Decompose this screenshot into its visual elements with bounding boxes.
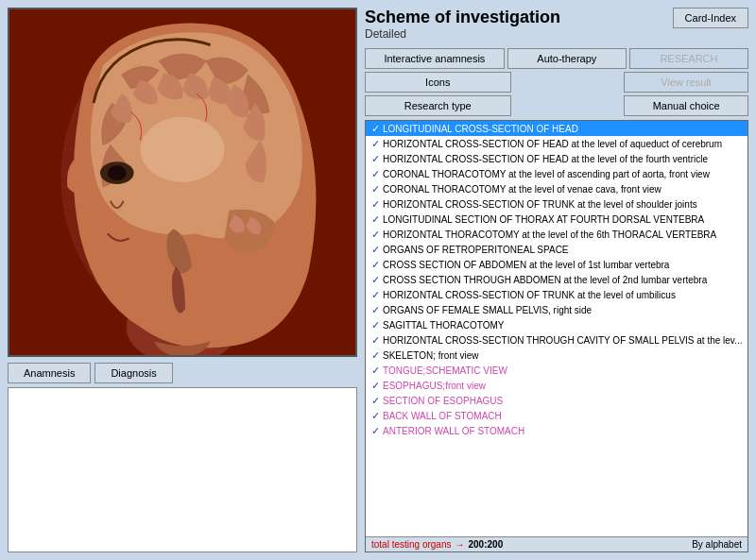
check-icon: ✓ bbox=[368, 410, 383, 422]
item-label: ESOPHAGUS;front view bbox=[383, 381, 746, 391]
svg-point-4 bbox=[108, 165, 127, 180]
check-icon: ✓ bbox=[368, 289, 383, 301]
svg-point-5 bbox=[140, 117, 224, 182]
list-item[interactable]: ✓HORIZONTAL CROSS-SECTION OF HEAD at the… bbox=[366, 151, 747, 166]
item-label: ORGANS OF RETROPERITONEAL SPACE bbox=[383, 245, 746, 255]
list-item[interactable]: ✓HORIZONTAL CROSS-SECTION OF TRUNK at th… bbox=[366, 287, 747, 302]
list-item[interactable]: ✓SAGITTAL THORACOTOMY bbox=[366, 317, 747, 332]
check-icon: ✓ bbox=[368, 334, 383, 347]
title-block: Scheme of investigation Detailed bbox=[365, 8, 560, 41]
list-item[interactable]: ✓SKELETON; front view bbox=[366, 348, 747, 363]
auto-therapy-button[interactable]: Auto-therapy bbox=[507, 48, 627, 69]
item-label: ORGANS OF FEMALE SMALL PELVIS, right sid… bbox=[383, 305, 746, 315]
check-icon: ✓ bbox=[368, 349, 383, 362]
text-area bbox=[8, 387, 357, 552]
list-item[interactable]: ✓HORIZONTAL CROSS-SECTION THROUGH CAVITY… bbox=[366, 332, 747, 348]
list-item[interactable]: ✓ANTERIOR WALL OF STOMACH bbox=[366, 423, 747, 438]
list-scroll[interactable]: ✓LONGITUDINAL CROSS-SECTION OF HEAD✓HORI… bbox=[366, 121, 747, 536]
list-item[interactable]: ✓ESOPHAGUS;front view bbox=[366, 378, 747, 393]
check-icon: ✓ bbox=[368, 213, 383, 226]
check-icon: ✓ bbox=[368, 138, 383, 150]
item-label: HORIZONTAL CROSS-SECTION THROUGH CAVITY … bbox=[383, 335, 746, 346]
research-button[interactable]: RESEARCH bbox=[629, 48, 748, 69]
empty-space-2 bbox=[514, 95, 622, 116]
empty-space-1 bbox=[514, 72, 622, 93]
footer-arrow: → bbox=[455, 539, 465, 550]
footer-count: 200:200 bbox=[469, 539, 504, 550]
check-icon: ✓ bbox=[368, 274, 383, 286]
item-label: CROSS SECTION THROUGH ABDOMEN at the lev… bbox=[383, 275, 746, 285]
research-type-button[interactable]: Research type bbox=[365, 95, 511, 116]
brain-image-container bbox=[8, 8, 357, 357]
check-icon: ✓ bbox=[368, 259, 383, 271]
list-item[interactable]: ✓SECTION OF ESOPHAGUS bbox=[366, 393, 747, 408]
list-item[interactable]: ✓CORONAL THORACOTOMY at the level of ven… bbox=[366, 181, 747, 196]
list-item[interactable]: ✓HORIZONTAL CROSS-SECTION OF HEAD at the… bbox=[366, 136, 747, 151]
left-panel: Anamnesis Diagnosis bbox=[8, 8, 357, 552]
list-item[interactable]: ✓ORGANS OF RETROPERITONEAL SPACE bbox=[366, 242, 747, 257]
bottom-left-panel: Anamnesis Diagnosis bbox=[8, 363, 357, 552]
item-label: LONGITUDINAL SECTION OF THORAX AT FOURTH… bbox=[383, 214, 746, 225]
header-row: Scheme of investigation Detailed Card-In… bbox=[365, 8, 748, 41]
item-label: LONGITUDINAL CROSS-SECTION OF HEAD bbox=[383, 124, 746, 134]
check-icon: ✓ bbox=[368, 153, 383, 165]
list-footer: total testing organs → 200:200 By alphab… bbox=[366, 536, 747, 552]
item-label: BACK WALL OF STOMACH bbox=[383, 411, 746, 421]
button-row-2: Icons View result bbox=[365, 72, 748, 93]
footer-sort: By alphabet bbox=[692, 539, 742, 550]
list-item[interactable]: ✓LONGITUDINAL CROSS-SECTION OF HEAD bbox=[366, 121, 747, 136]
item-label: HORIZONTAL CROSS-SECTION OF HEAD at the … bbox=[383, 139, 746, 149]
list-item[interactable]: ✓TONGUE;SCHEMATIC VIEW bbox=[366, 363, 747, 378]
item-label: CORONAL THORACOTOMY at the level of vena… bbox=[383, 184, 746, 195]
check-icon: ✓ bbox=[368, 304, 383, 316]
item-label: CORONAL THORACOTOMY at the level of asce… bbox=[383, 169, 746, 179]
list-container: ✓LONGITUDINAL CROSS-SECTION OF HEAD✓HORI… bbox=[365, 120, 748, 552]
item-label: HORIZONTAL THORACOTOMY at the level of t… bbox=[383, 229, 746, 240]
list-inner: ✓LONGITUDINAL CROSS-SECTION OF HEAD✓HORI… bbox=[366, 121, 747, 536]
card-index-button[interactable]: Card-Index bbox=[673, 8, 748, 28]
list-item[interactable]: ✓CORONAL THORACOTOMY at the level of asc… bbox=[366, 166, 747, 181]
footer-label: total testing organs bbox=[371, 539, 452, 550]
item-label: HORIZONTAL CROSS-SECTION OF TRUNK at the… bbox=[383, 290, 746, 300]
check-icon: ✓ bbox=[368, 229, 383, 241]
list-item[interactable]: ✓BACK WALL OF STOMACH bbox=[366, 408, 747, 423]
item-label: SKELETON; front view bbox=[383, 350, 746, 361]
check-icon: ✓ bbox=[368, 123, 383, 135]
check-icon: ✓ bbox=[368, 183, 383, 195]
item-label: HORIZONTAL CROSS-SECTION OF HEAD at the … bbox=[383, 154, 746, 164]
list-item[interactable]: ✓CROSS SECTION THROUGH ABDOMEN at the le… bbox=[366, 272, 747, 287]
right-panel: Scheme of investigation Detailed Card-In… bbox=[365, 8, 748, 552]
diagnosis-tab[interactable]: Diagnosis bbox=[94, 363, 172, 383]
item-label: CROSS SECTION OF ABDOMEN at the level of… bbox=[383, 260, 746, 270]
list-item[interactable]: ✓ORGANS OF FEMALE SMALL PELVIS, right si… bbox=[366, 302, 747, 317]
check-icon: ✓ bbox=[368, 395, 383, 407]
detailed-label: Detailed bbox=[365, 27, 560, 41]
check-icon: ✓ bbox=[368, 380, 383, 392]
action-buttons: Interactive anamnesis Auto-therapy RESEA… bbox=[365, 48, 748, 116]
item-label: SECTION OF ESOPHAGUS bbox=[383, 396, 746, 406]
check-icon: ✓ bbox=[368, 168, 383, 180]
view-result-button[interactable]: View result bbox=[624, 72, 748, 93]
list-item[interactable]: ✓LONGITUDINAL SECTION OF THORAX AT FOURT… bbox=[366, 212, 747, 227]
interactive-anamnesis-button[interactable]: Interactive anamnesis bbox=[365, 48, 505, 69]
bottom-tab-row: Anamnesis Diagnosis bbox=[8, 363, 357, 383]
list-item[interactable]: ✓HORIZONTAL THORACOTOMY at the level of … bbox=[366, 227, 747, 242]
check-icon: ✓ bbox=[368, 244, 383, 256]
check-icon: ✓ bbox=[368, 365, 383, 377]
check-icon: ✓ bbox=[368, 198, 383, 211]
item-label: TONGUE;SCHEMATIC VIEW bbox=[383, 365, 746, 376]
button-row-1: Interactive anamnesis Auto-therapy RESEA… bbox=[365, 48, 748, 69]
anamnesis-tab[interactable]: Anamnesis bbox=[8, 363, 91, 383]
item-label: ANTERIOR WALL OF STOMACH bbox=[383, 426, 746, 436]
scheme-title: Scheme of investigation bbox=[365, 8, 560, 27]
item-label: HORIZONTAL CROSS-SECTION OF TRUNK at the… bbox=[383, 199, 746, 210]
check-icon: ✓ bbox=[368, 425, 383, 437]
icons-button[interactable]: Icons bbox=[365, 72, 511, 93]
list-item[interactable]: ✓CROSS SECTION OF ABDOMEN at the level o… bbox=[366, 257, 747, 272]
button-row-3: Research type Manual choice bbox=[365, 95, 748, 116]
list-item[interactable]: ✓HORIZONTAL CROSS-SECTION OF TRUNK at th… bbox=[366, 196, 747, 212]
item-label: SAGITTAL THORACOTOMY bbox=[383, 320, 746, 331]
check-icon: ✓ bbox=[368, 319, 383, 331]
manual-choice-button[interactable]: Manual choice bbox=[624, 95, 748, 116]
